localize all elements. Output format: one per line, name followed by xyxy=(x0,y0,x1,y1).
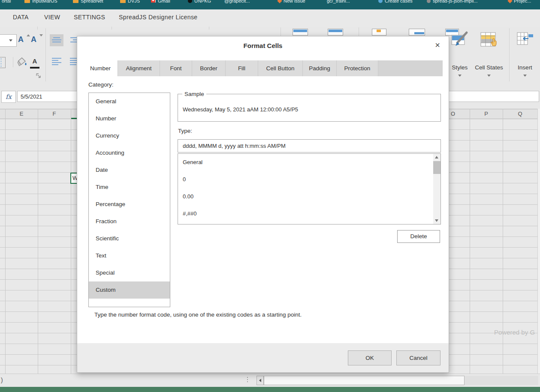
splitter-handle[interactable] xyxy=(247,377,248,382)
type-input[interactable]: dddd, MMMM d, yyyy att h:mm:ss AM/PM xyxy=(178,139,441,153)
bookmark-item[interactable]: Projec... xyxy=(508,0,531,5)
horizontal-scroll-row: ) xyxy=(0,374,540,387)
bookmark-item[interactable]: ortal xyxy=(2,0,11,5)
category-percentage[interactable]: Percentage xyxy=(89,196,170,213)
align-line xyxy=(53,37,60,38)
ribbon-group-separator xyxy=(359,27,359,36)
category-general[interactable]: General xyxy=(89,93,170,110)
close-icon[interactable]: × xyxy=(432,40,443,50)
bookmark-item[interactable]: gc/_traini... xyxy=(327,0,350,5)
gridline xyxy=(5,109,6,374)
scroll-down-button[interactable] xyxy=(433,217,440,224)
globe-icon xyxy=(378,0,383,3)
bookmark-item[interactable]: spread-js-json-impli... xyxy=(427,0,478,5)
type-list: General 0 0.00 #,##0 xyxy=(178,153,441,224)
align-left-button[interactable] xyxy=(50,56,63,68)
selected-cell[interactable]: W xyxy=(70,173,77,184)
fill-color-button[interactable] xyxy=(16,57,27,69)
table-icon[interactable] xyxy=(409,29,425,36)
spreadsheet-left[interactable]: E F W xyxy=(0,109,77,374)
triangle-down-icon xyxy=(435,219,438,222)
cell-fill xyxy=(377,30,381,32)
chevron-down-icon xyxy=(487,75,491,77)
tab-number[interactable]: Number xyxy=(83,60,118,76)
category-scientific[interactable]: Scientific xyxy=(89,230,170,247)
bookmark-item[interactable]: Gmail xyxy=(151,0,170,5)
cancel-button[interactable]: Cancel xyxy=(396,350,440,365)
menu-item-data[interactable]: DATA xyxy=(13,14,29,21)
decrease-font-button[interactable]: A xyxy=(31,35,42,47)
ok-button[interactable]: OK xyxy=(348,350,392,365)
column-header-O[interactable]: O xyxy=(449,111,471,117)
scrollbar-thumb[interactable] xyxy=(433,161,440,174)
menu-item-license[interactable]: SpreadJS Designer License xyxy=(119,14,198,21)
column-header-P[interactable]: P xyxy=(470,111,503,117)
dialog-tabs: Number Alignment Font Border Fill Cell B… xyxy=(83,60,443,76)
increase-font-button[interactable]: A xyxy=(18,35,29,47)
bookmark-label: Gmail xyxy=(158,0,170,3)
category-text[interactable]: Text xyxy=(89,247,170,264)
unpkg-icon xyxy=(188,0,192,3)
hscrollbar-thumb[interactable] xyxy=(264,376,465,385)
cell-format-icon[interactable] xyxy=(372,29,386,36)
tab-protection[interactable]: Protection xyxy=(337,60,378,76)
merge-cells-icon[interactable] xyxy=(328,29,343,36)
dialog-launcher-button[interactable] xyxy=(36,72,41,80)
bookmark-item[interactable]: New issue xyxy=(278,0,305,5)
bookmark-label: ortal xyxy=(2,0,11,3)
column-header-E[interactable]: E xyxy=(5,111,38,117)
vertical-scrollbar[interactable] xyxy=(537,109,540,374)
styles-button[interactable]: Styles xyxy=(448,28,472,81)
bookmark-item[interactable]: InputManJS xyxy=(24,0,57,5)
type-list-scrollbar[interactable] xyxy=(433,154,440,224)
bookmark-item[interactable]: UNPKG xyxy=(188,0,211,5)
category-number[interactable]: Number xyxy=(89,110,170,127)
bookmark-item[interactable]: SpreadNet xyxy=(73,0,103,5)
tab-alignment[interactable]: Alignment xyxy=(118,60,160,76)
table-header-fill xyxy=(293,30,307,32)
category-currency[interactable]: Currency xyxy=(89,127,170,144)
column-header-Q[interactable]: Q xyxy=(503,111,537,117)
column-header-F[interactable]: F xyxy=(38,111,71,117)
type-option-thousands[interactable]: #,##0 xyxy=(178,205,440,222)
font-size-combobox[interactable] xyxy=(0,34,17,47)
gear-icon xyxy=(427,0,431,3)
insert-button[interactable]: Insert xyxy=(513,28,537,81)
menu-item-view[interactable]: VIEW xyxy=(44,14,60,21)
category-time[interactable]: Time xyxy=(89,179,170,196)
bookmark-item[interactable]: Create cases xyxy=(378,0,413,5)
category-date[interactable]: Date xyxy=(89,162,170,179)
delete-button[interactable]: Delete xyxy=(397,230,440,243)
menu-item-settings[interactable]: SETTINGS xyxy=(74,14,105,21)
bookmark-item[interactable]: DVJS xyxy=(120,0,140,5)
type-option-0[interactable]: 0 xyxy=(178,171,440,188)
scroll-up-button[interactable] xyxy=(433,154,440,161)
tab-cell-button[interactable]: Cell Button xyxy=(258,60,303,76)
tab-border[interactable]: Border xyxy=(192,60,226,76)
align-center-button[interactable] xyxy=(50,34,63,46)
hscrollbar-left-arrow[interactable] xyxy=(256,376,264,385)
category-fraction[interactable]: Fraction xyxy=(89,213,170,230)
type-option-general[interactable]: General xyxy=(178,154,440,171)
type-option-0-00[interactable]: 0.00 xyxy=(178,188,440,205)
sheet-tab-partial[interactable]: ) xyxy=(1,377,3,383)
align-line xyxy=(52,42,61,42)
category-special[interactable]: Special xyxy=(89,264,170,281)
grid-cells[interactable] xyxy=(0,119,77,374)
font-color-button[interactable]: A xyxy=(30,57,39,68)
category-accounting[interactable]: Accounting xyxy=(89,144,170,162)
bookmark-item[interactable]: @grapecit... xyxy=(224,0,250,5)
tab-fill[interactable]: Fill xyxy=(226,60,258,76)
category-custom[interactable]: Custom xyxy=(89,281,170,299)
cell-states-button[interactable]: Cell States xyxy=(477,28,501,81)
menu-bar: DATA VIEW SETTINGS SpreadJS Designer Lic… xyxy=(0,9,540,27)
merge-cells-icon[interactable] xyxy=(293,29,308,36)
align-line xyxy=(52,39,61,40)
tab-font[interactable]: Font xyxy=(160,60,192,76)
align-line xyxy=(52,60,58,61)
fx-button[interactable]: fx xyxy=(1,91,16,103)
bookmark-label: New issue xyxy=(284,0,305,3)
status-bar xyxy=(0,387,540,392)
borders-icon[interactable] xyxy=(0,57,6,68)
tab-padding[interactable]: Padding xyxy=(303,60,337,76)
